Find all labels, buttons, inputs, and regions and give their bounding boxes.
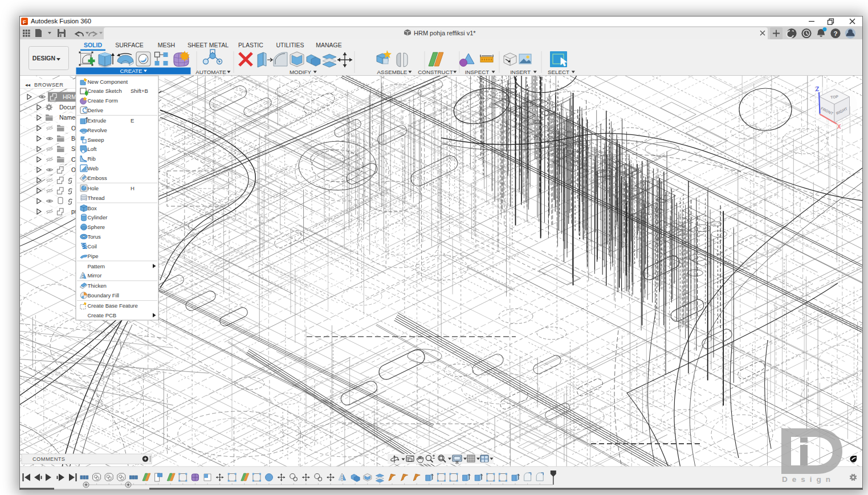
svg-text:Loft: Loft	[88, 146, 97, 152]
svg-text:Sweep: Sweep	[88, 137, 104, 143]
svg-text:Sphere: Sphere	[88, 224, 105, 230]
svg-text:CONSTRUCT: CONSTRUCT	[418, 69, 453, 75]
svg-text:New Component: New Component	[88, 79, 128, 85]
svg-text:UTILITIES: UTILITIES	[276, 42, 304, 48]
svg-text:SOLID: SOLID	[84, 42, 103, 48]
svg-text:Cylinder: Cylinder	[88, 214, 108, 220]
svg-text:◂◂: ◂◂	[25, 82, 31, 88]
svg-text:COMMENTS: COMMENTS	[32, 456, 65, 462]
svg-text:MANAGE: MANAGE	[316, 42, 342, 48]
svg-text:HRM pohja reffiksi v1*: HRM pohja reffiksi v1*	[414, 30, 476, 36]
svg-text:Extrude: Extrude	[88, 117, 107, 124]
svg-text:SHEET METAL: SHEET METAL	[188, 42, 229, 48]
svg-text:Thicken: Thicken	[88, 283, 107, 289]
svg-text:ASSEMBLE: ASSEMBLE	[377, 69, 407, 75]
svg-text:Shift+B: Shift+B	[131, 88, 148, 94]
svg-text:BROWSER: BROWSER	[34, 82, 64, 88]
svg-text:DESIGN: DESIGN	[32, 55, 55, 62]
svg-text:Z: Z	[816, 86, 819, 92]
svg-text:Create Base Feature: Create Base Feature	[88, 302, 138, 309]
svg-text:Create PCB: Create PCB	[88, 312, 117, 318]
svg-text:X: X	[837, 124, 841, 130]
svg-text:Mirror: Mirror	[88, 272, 102, 279]
svg-text:E: E	[131, 117, 134, 124]
svg-text:Rib: Rib	[88, 156, 96, 162]
svg-text:Design: Design	[782, 475, 835, 484]
svg-text:Coil: Coil	[88, 243, 97, 249]
svg-text:Web: Web	[88, 165, 99, 171]
svg-text:INSPECT: INSPECT	[465, 69, 489, 75]
svg-text:Pipe: Pipe	[88, 253, 99, 259]
svg-text:Hole: Hole	[88, 185, 99, 191]
svg-text:Emboss: Emboss	[88, 175, 108, 181]
svg-text:SURFACE: SURFACE	[115, 42, 144, 48]
svg-text:MODIFY: MODIFY	[290, 69, 312, 75]
svg-text:H: H	[131, 185, 135, 191]
svg-text:Pattern: Pattern	[88, 263, 105, 269]
svg-text:Box: Box	[88, 205, 97, 211]
svg-text:Torus: Torus	[88, 234, 101, 240]
svg-text:Create Sketch: Create Sketch	[88, 88, 122, 94]
svg-text:CREATE: CREATE	[120, 68, 142, 74]
svg-text:AUTOMATE: AUTOMATE	[195, 69, 226, 75]
svg-text:F: F	[23, 19, 26, 25]
svg-text:Revolve: Revolve	[88, 127, 107, 133]
svg-text:PLASTIC: PLASTIC	[238, 42, 263, 48]
svg-text:Autodesk Fusion 360: Autodesk Fusion 360	[31, 18, 91, 24]
svg-text:INSERT: INSERT	[510, 69, 531, 75]
svg-text:?: ?	[833, 30, 837, 37]
svg-text:MESH: MESH	[158, 42, 175, 48]
svg-text:Thread: Thread	[88, 195, 105, 201]
svg-text:SELECT: SELECT	[548, 69, 569, 75]
svg-text:Boundary Fill: Boundary Fill	[88, 292, 119, 298]
svg-text:Create Form: Create Form	[88, 97, 118, 104]
svg-text:Derive: Derive	[88, 107, 103, 113]
